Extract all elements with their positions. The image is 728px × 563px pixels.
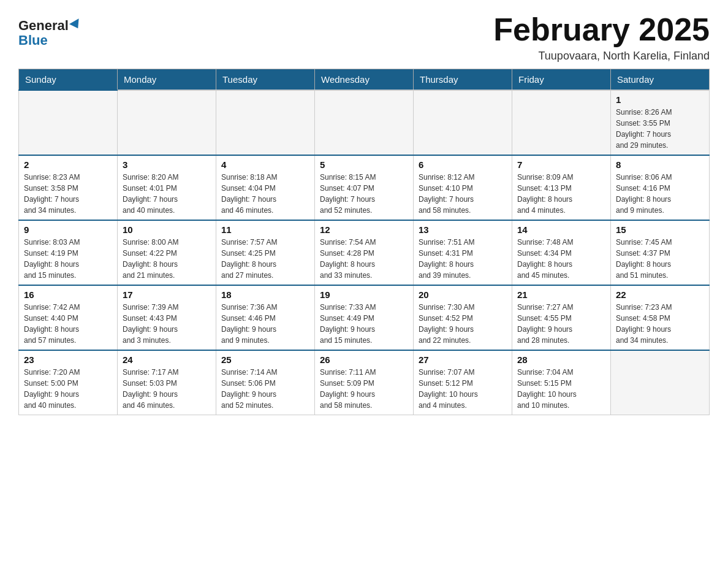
- logo-text-general: General: [18, 18, 69, 33]
- calendar-table: Sunday Monday Tuesday Wednesday Thursday…: [18, 69, 710, 415]
- day-info: Sunrise: 7:51 AM Sunset: 4:31 PM Dayligh…: [419, 237, 507, 281]
- header-tuesday: Tuesday: [216, 69, 315, 91]
- day-number: 20: [419, 289, 507, 300]
- day-number: 7: [517, 159, 605, 170]
- day-number: 5: [320, 159, 408, 170]
- calendar-day-cell: [118, 90, 216, 155]
- day-number: 11: [221, 224, 309, 235]
- calendar-day-cell: 25Sunrise: 7:14 AM Sunset: 5:06 PM Dayli…: [216, 350, 315, 415]
- calendar-day-cell: [216, 90, 315, 155]
- header-saturday: Saturday: [611, 69, 710, 91]
- week-row-4: 16Sunrise: 7:42 AM Sunset: 4:40 PM Dayli…: [19, 285, 710, 350]
- calendar-title: February 2025: [493, 12, 710, 47]
- day-number: 12: [320, 224, 408, 235]
- day-info: Sunrise: 7:42 AM Sunset: 4:40 PM Dayligh…: [24, 302, 112, 346]
- day-number: 15: [616, 224, 704, 235]
- calendar-day-cell: 27Sunrise: 7:07 AM Sunset: 5:12 PM Dayli…: [414, 350, 512, 415]
- day-number: 1: [616, 94, 704, 105]
- calendar-day-cell: 19Sunrise: 7:33 AM Sunset: 4:49 PM Dayli…: [315, 285, 414, 350]
- calendar-day-cell: [512, 90, 611, 155]
- day-info: Sunrise: 8:03 AM Sunset: 4:19 PM Dayligh…: [24, 237, 112, 281]
- day-number: 19: [320, 289, 408, 300]
- calendar-day-cell: 14Sunrise: 7:48 AM Sunset: 4:34 PM Dayli…: [512, 220, 611, 285]
- header-wednesday: Wednesday: [315, 69, 414, 91]
- day-info: Sunrise: 7:20 AM Sunset: 5:00 PM Dayligh…: [24, 367, 112, 411]
- day-info: Sunrise: 7:14 AM Sunset: 5:06 PM Dayligh…: [221, 367, 309, 411]
- day-info: Sunrise: 7:45 AM Sunset: 4:37 PM Dayligh…: [616, 237, 704, 281]
- day-info: Sunrise: 8:20 AM Sunset: 4:01 PM Dayligh…: [123, 172, 211, 216]
- calendar-day-cell: 10Sunrise: 8:00 AM Sunset: 4:22 PM Dayli…: [118, 220, 216, 285]
- day-number: 22: [616, 289, 704, 300]
- day-info: Sunrise: 7:17 AM Sunset: 5:03 PM Dayligh…: [123, 367, 211, 411]
- calendar-day-cell: 23Sunrise: 7:20 AM Sunset: 5:00 PM Dayli…: [19, 350, 118, 415]
- calendar-day-cell: 13Sunrise: 7:51 AM Sunset: 4:31 PM Dayli…: [414, 220, 512, 285]
- day-number: 17: [123, 289, 211, 300]
- calendar-day-cell: 21Sunrise: 7:27 AM Sunset: 4:55 PM Dayli…: [512, 285, 611, 350]
- calendar-day-cell: [315, 90, 414, 155]
- day-info: Sunrise: 7:54 AM Sunset: 4:28 PM Dayligh…: [320, 237, 408, 281]
- day-number: 25: [221, 354, 309, 365]
- day-number: 26: [320, 354, 408, 365]
- day-number: 13: [419, 224, 507, 235]
- calendar-day-cell: 3Sunrise: 8:20 AM Sunset: 4:01 PM Daylig…: [118, 155, 216, 220]
- calendar-day-cell: 12Sunrise: 7:54 AM Sunset: 4:28 PM Dayli…: [315, 220, 414, 285]
- calendar-day-cell: 26Sunrise: 7:11 AM Sunset: 5:09 PM Dayli…: [315, 350, 414, 415]
- day-number: 9: [24, 224, 112, 235]
- week-row-3: 9Sunrise: 8:03 AM Sunset: 4:19 PM Daylig…: [19, 220, 710, 285]
- day-number: 18: [221, 289, 309, 300]
- day-info: Sunrise: 7:30 AM Sunset: 4:52 PM Dayligh…: [419, 302, 507, 346]
- calendar-day-cell: 20Sunrise: 7:30 AM Sunset: 4:52 PM Dayli…: [414, 285, 512, 350]
- day-number: 2: [24, 159, 112, 170]
- calendar-day-cell: 5Sunrise: 8:15 AM Sunset: 4:07 PM Daylig…: [315, 155, 414, 220]
- day-info: Sunrise: 7:36 AM Sunset: 4:46 PM Dayligh…: [221, 302, 309, 346]
- day-info: Sunrise: 8:15 AM Sunset: 4:07 PM Dayligh…: [320, 172, 408, 216]
- day-info: Sunrise: 7:23 AM Sunset: 4:58 PM Dayligh…: [616, 302, 704, 346]
- calendar-day-cell: 11Sunrise: 7:57 AM Sunset: 4:25 PM Dayli…: [216, 220, 315, 285]
- day-info: Sunrise: 7:11 AM Sunset: 5:09 PM Dayligh…: [320, 367, 408, 411]
- calendar-day-cell: 1Sunrise: 8:26 AM Sunset: 3:55 PM Daylig…: [611, 90, 710, 155]
- day-info: Sunrise: 8:18 AM Sunset: 4:04 PM Dayligh…: [221, 172, 309, 216]
- title-area: February 2025 Tuupovaara, North Karelia,…: [493, 12, 710, 63]
- calendar-day-cell: [611, 350, 710, 415]
- day-number: 14: [517, 224, 605, 235]
- calendar-day-cell: 2Sunrise: 8:23 AM Sunset: 3:58 PM Daylig…: [19, 155, 118, 220]
- day-info: Sunrise: 7:33 AM Sunset: 4:49 PM Dayligh…: [320, 302, 408, 346]
- calendar-day-cell: 24Sunrise: 7:17 AM Sunset: 5:03 PM Dayli…: [118, 350, 216, 415]
- day-number: 27: [419, 354, 507, 365]
- day-info: Sunrise: 7:39 AM Sunset: 4:43 PM Dayligh…: [123, 302, 211, 346]
- calendar-day-cell: 9Sunrise: 8:03 AM Sunset: 4:19 PM Daylig…: [19, 220, 118, 285]
- day-info: Sunrise: 7:04 AM Sunset: 5:15 PM Dayligh…: [517, 367, 605, 411]
- calendar-day-cell: 4Sunrise: 8:18 AM Sunset: 4:04 PM Daylig…: [216, 155, 315, 220]
- day-number: 23: [24, 354, 112, 365]
- weekday-header-row: Sunday Monday Tuesday Wednesday Thursday…: [19, 69, 710, 91]
- logo-triangle-icon: [69, 18, 83, 31]
- calendar-day-cell: 8Sunrise: 8:06 AM Sunset: 4:16 PM Daylig…: [611, 155, 710, 220]
- calendar-day-cell: 15Sunrise: 7:45 AM Sunset: 4:37 PM Dayli…: [611, 220, 710, 285]
- day-info: Sunrise: 7:07 AM Sunset: 5:12 PM Dayligh…: [419, 367, 507, 411]
- day-info: Sunrise: 8:06 AM Sunset: 4:16 PM Dayligh…: [616, 172, 704, 216]
- day-number: 16: [24, 289, 112, 300]
- calendar-day-cell: [19, 90, 118, 155]
- calendar-day-cell: 16Sunrise: 7:42 AM Sunset: 4:40 PM Dayli…: [19, 285, 118, 350]
- week-row-2: 2Sunrise: 8:23 AM Sunset: 3:58 PM Daylig…: [19, 155, 710, 220]
- header-friday: Friday: [512, 69, 611, 91]
- day-number: 24: [123, 354, 211, 365]
- calendar-day-cell: 6Sunrise: 8:12 AM Sunset: 4:10 PM Daylig…: [414, 155, 512, 220]
- day-info: Sunrise: 8:09 AM Sunset: 4:13 PM Dayligh…: [517, 172, 605, 216]
- day-info: Sunrise: 7:48 AM Sunset: 4:34 PM Dayligh…: [517, 237, 605, 281]
- calendar-day-cell: 18Sunrise: 7:36 AM Sunset: 4:46 PM Dayli…: [216, 285, 315, 350]
- day-info: Sunrise: 8:00 AM Sunset: 4:22 PM Dayligh…: [123, 237, 211, 281]
- week-row-5: 23Sunrise: 7:20 AM Sunset: 5:00 PM Dayli…: [19, 350, 710, 415]
- day-number: 8: [616, 159, 704, 170]
- day-info: Sunrise: 8:12 AM Sunset: 4:10 PM Dayligh…: [419, 172, 507, 216]
- logo-text-blue: Blue: [18, 33, 48, 48]
- calendar-day-cell: 22Sunrise: 7:23 AM Sunset: 4:58 PM Dayli…: [611, 285, 710, 350]
- calendar-day-cell: [414, 90, 512, 155]
- day-info: Sunrise: 7:57 AM Sunset: 4:25 PM Dayligh…: [221, 237, 309, 281]
- day-number: 3: [123, 159, 211, 170]
- day-number: 28: [517, 354, 605, 365]
- calendar-subtitle: Tuupovaara, North Karelia, Finland: [493, 50, 710, 63]
- calendar-day-cell: 7Sunrise: 8:09 AM Sunset: 4:13 PM Daylig…: [512, 155, 611, 220]
- header-monday: Monday: [118, 69, 216, 91]
- day-number: 21: [517, 289, 605, 300]
